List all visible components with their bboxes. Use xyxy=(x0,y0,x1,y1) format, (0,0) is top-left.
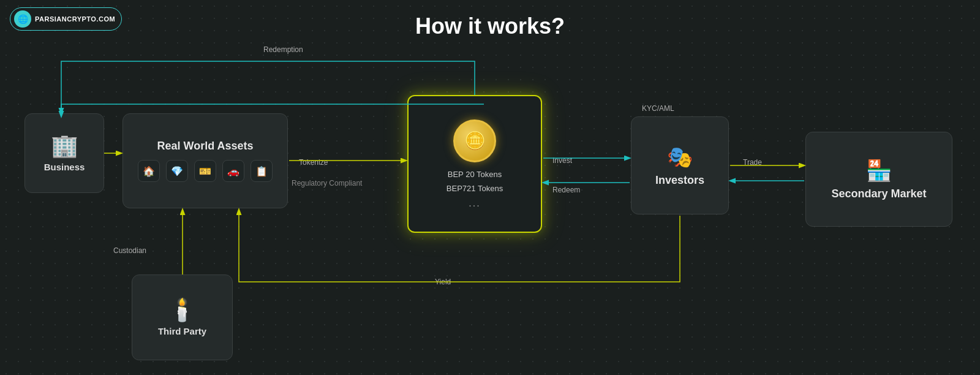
tokenize-label: Tokenize xyxy=(299,158,328,167)
rwa-label: Real World Assets xyxy=(157,140,253,153)
secondary-icon: 🏪 xyxy=(866,158,892,183)
rwa-icon-ticket: 🎫 xyxy=(194,160,216,182)
token-dots: ... xyxy=(469,198,480,209)
rwa-icon-car: 🚗 xyxy=(222,160,244,182)
rwa-icons: 🏠 💎 🎫 🚗 📋 xyxy=(138,160,273,182)
third-party-icon: 🕯️ xyxy=(168,299,196,321)
kyc-aml-label: KYC/AML xyxy=(642,104,674,113)
third-party-label: Third Party xyxy=(158,326,206,336)
rwa-icon-gem: 💎 xyxy=(166,160,188,182)
investors-label: Investors xyxy=(655,174,704,187)
rwa-icon-doc: 📋 xyxy=(251,160,273,182)
logo: 🌐 PARSIANCRYPTO.COM xyxy=(10,7,122,31)
logo-icon: 🌐 xyxy=(14,10,31,28)
investors-icon: 🎭 xyxy=(667,145,693,169)
secondary-card: 🏪 Secondary Market xyxy=(805,132,952,227)
token-coin-icon: 🪙 xyxy=(453,119,496,162)
business-card: 🏢 Business xyxy=(24,113,104,193)
secondary-label: Secondary Market xyxy=(831,188,926,200)
yield-label: Yield xyxy=(435,278,451,286)
tokens-card: 🪙 BEP 20 Tokens BEP721 Tokens ... xyxy=(407,95,542,233)
redemption-label: Redemption xyxy=(263,45,303,54)
third-party-card: 🕯️ Third Party xyxy=(132,275,233,360)
rwa-card: Real World Assets 🏠 💎 🎫 🚗 📋 xyxy=(123,113,288,208)
rwa-icon-house: 🏠 xyxy=(138,160,160,182)
token-line1: BEP 20 Tokens xyxy=(448,170,502,179)
trade-label: Trade xyxy=(743,158,762,167)
business-label: Business xyxy=(44,162,85,172)
regulatory-compliant-label: Regulatory Compliant xyxy=(292,179,362,188)
business-icon: 🏢 xyxy=(51,135,78,157)
token-line2: BEP721 Tokens xyxy=(447,184,503,193)
page-title: How it works? xyxy=(415,13,565,39)
custodian-label: Custodian xyxy=(113,246,146,255)
logo-text: PARSIANCRYPTO.COM xyxy=(35,15,115,23)
investors-card: 🎭 Investors xyxy=(631,116,729,214)
invest-label: Invest xyxy=(552,156,572,165)
redeem-label: Redeem xyxy=(552,186,580,194)
